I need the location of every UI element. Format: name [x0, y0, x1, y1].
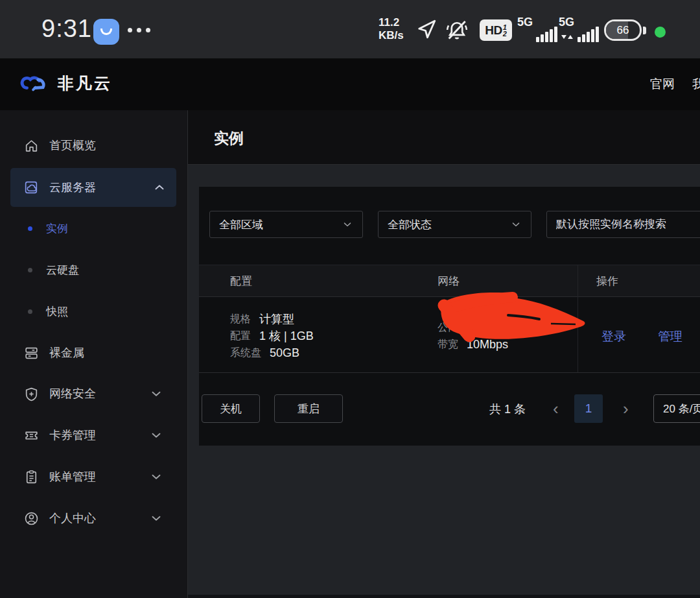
chevron-down-icon — [149, 470, 163, 484]
user-circle-icon — [23, 510, 40, 527]
battery-indicator: 66 — [604, 19, 642, 41]
volte-hd-badge: HD 1 2 — [480, 19, 512, 41]
sidebar-item-label: 个人中心 — [49, 510, 96, 526]
sidebar-item-label: 快照 — [46, 304, 68, 319]
manage-link[interactable]: 管理 — [658, 328, 682, 345]
bandwidth-label: 带宽 — [438, 338, 458, 352]
sidebar-item-label: 裸金属 — [49, 345, 84, 361]
ticket-icon — [23, 427, 40, 444]
chevron-down-icon — [149, 387, 163, 401]
login-link[interactable]: 登录 — [601, 328, 626, 345]
battery-percent: 66 — [617, 24, 629, 37]
pagination-next-icon[interactable]: › — [623, 397, 629, 420]
clipboard-icon — [23, 469, 40, 485]
column-actions: 操作 — [596, 274, 618, 289]
network-cell: 公网 带宽10Mbps — [438, 319, 508, 353]
status-bar: 9:31 11.2 KB/s HD 1 2 5G 5G 66 — [0, 0, 700, 58]
pagination-page-1[interactable]: 1 — [574, 394, 603, 423]
sidebar-item-cloud-server[interactable]: 云服务器 — [10, 168, 176, 207]
bottom-edge — [188, 595, 700, 598]
nav-official-site[interactable]: 官网 — [650, 76, 675, 93]
network-speed-unit: KB/s — [379, 29, 404, 42]
sidebar-item-label: 账单管理 — [49, 469, 96, 484]
brand-name: 非凡云 — [58, 73, 112, 94]
sidebar-item-label: 云服务器 — [49, 180, 96, 195]
smile-glyph — [100, 29, 112, 35]
sidebar-item-coupon-management[interactable]: 卡券管理 — [0, 414, 187, 456]
network-speed: 11.2 KB/s — [379, 16, 404, 42]
app-icon — [93, 19, 119, 45]
bandwidth-value: 10Mbps — [467, 338, 508, 352]
data-activity-icon — [561, 32, 573, 42]
nav-partial-item[interactable]: 我 — [692, 76, 700, 93]
network-speed-value: 11.2 — [379, 16, 404, 29]
spec-label: 规格 — [230, 313, 251, 326]
instance-panel: 全部区域 全部状态 配置 网络 操作 规格计算型 配置1 核 | 1GB — [199, 187, 700, 446]
main-content: 实例 全部区域 全部状态 配置 网络 操作 规格计算型 — [188, 110, 700, 598]
signal-bars-icon — [578, 27, 599, 42]
status-filter-value: 全部状态 — [388, 217, 432, 232]
bullet-dot — [28, 268, 32, 272]
shutdown-button[interactable]: 关机 — [202, 394, 260, 423]
table-header: 配置 网络 操作 — [199, 265, 700, 297]
signal-bars-icon — [536, 27, 557, 42]
sidebar-item-billing-management[interactable]: 账单管理 — [0, 456, 187, 497]
sidebar-item-bare-metal[interactable]: 裸金属 — [0, 332, 187, 374]
config-value: 1 核 | 1GB — [259, 328, 314, 344]
instance-search-input[interactable] — [556, 218, 700, 231]
chevron-down-icon — [149, 511, 163, 525]
column-network: 网络 — [438, 274, 460, 289]
sidebar-subitem-instances[interactable]: 实例 — [0, 208, 187, 249]
overflow-dots-icon — [128, 28, 150, 32]
bare-metal-icon — [23, 345, 40, 361]
table-row: 规格计算型 配置1 核 | 1GB 系统盘50GB 公网 带宽10Mbps 登录… — [199, 297, 700, 373]
sim1-network-type: 5G — [517, 16, 533, 29]
chevron-down-icon — [342, 219, 353, 230]
sidebar-item-label: 云硬盘 — [46, 263, 79, 278]
sidebar-item-user-center[interactable]: 个人中心 — [0, 497, 187, 539]
page-size-select[interactable]: 20 条/页 — [653, 394, 700, 423]
cloud-server-icon — [23, 180, 40, 196]
clock: 9:31 — [41, 15, 92, 43]
brand: 非凡云 — [19, 71, 112, 95]
shield-plus-icon — [23, 386, 40, 402]
chevron-down-icon — [149, 428, 163, 442]
pagination-total: 共 1 条 — [489, 401, 526, 417]
signal-sim1: 5G — [517, 17, 557, 43]
battery-nub — [643, 27, 646, 34]
status-filter-dropdown[interactable]: 全部状态 — [378, 211, 531, 238]
home-icon — [23, 138, 40, 154]
page-title: 实例 — [214, 128, 244, 149]
sidebar-item-label: 实例 — [46, 221, 68, 236]
signal-sim2: 5G — [559, 17, 599, 43]
sidebar-item-network-security[interactable]: 网络安全 — [0, 373, 187, 414]
sidebar-item-overview[interactable]: 首页概览 — [0, 125, 187, 166]
sidebar-item-label: 首页概览 — [49, 138, 96, 153]
bullet-dot — [28, 309, 32, 314]
sidebar-subitem-snapshot[interactable]: 快照 — [0, 291, 187, 332]
pagination-prev-icon[interactable]: ‹ — [553, 397, 559, 420]
mute-bell-icon — [443, 18, 471, 42]
sidebar-subitem-cloud-disk[interactable]: 云硬盘 — [0, 249, 187, 291]
chevron-up-icon — [152, 180, 167, 195]
sidebar-item-label: 网络安全 — [49, 386, 96, 401]
reboot-button[interactable]: 重启 — [274, 394, 343, 423]
region-filter-dropdown[interactable]: 全部区域 — [209, 211, 363, 238]
config-label: 配置 — [230, 329, 251, 343]
status-green-dot — [655, 27, 666, 38]
spec-value: 计算型 — [259, 311, 294, 327]
instance-search-box[interactable] — [546, 211, 700, 238]
column-config: 配置 — [230, 274, 252, 289]
brand-logo-cloud-icon — [19, 71, 49, 95]
region-filter-value: 全部区域 — [219, 217, 263, 232]
sim2-network-type: 5G — [559, 16, 574, 29]
disk-label: 系统盘 — [230, 346, 261, 360]
location-arrow-icon — [415, 18, 438, 41]
public-net-label: 公网 — [438, 321, 458, 335]
bullet-dot — [28, 226, 32, 231]
page-title-bar: 实例 — [188, 110, 700, 165]
sidebar: 首页概览 云服务器 实例 云硬盘 快照 裸金属 — [0, 110, 188, 598]
chevron-down-icon — [510, 219, 522, 230]
sidebar-item-label: 卡券管理 — [49, 427, 96, 443]
app-header: 非凡云 官网 我 — [0, 58, 700, 110]
